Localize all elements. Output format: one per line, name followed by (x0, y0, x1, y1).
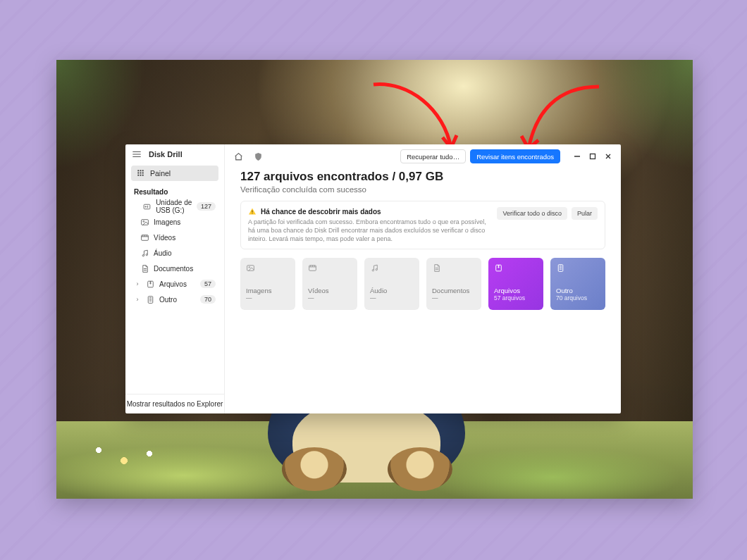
sidebar-item-doc[interactable]: Documentos (130, 261, 220, 276)
topbar: Recuperar tudo… Revisar itens encontrado… (225, 144, 621, 168)
card-title: Outro (556, 287, 600, 294)
card-title: Áudio (370, 287, 414, 294)
sidebar-item-audio[interactable]: Áudio (130, 245, 220, 261)
svg-point-14 (142, 254, 144, 256)
video-icon (308, 263, 321, 275)
svg-rect-3 (137, 172, 139, 173)
results-subheading: Verificação concluída com sucesso (240, 185, 605, 194)
window-close-button[interactable] (601, 149, 615, 163)
home-button[interactable] (230, 149, 246, 164)
card-subtitle: — (370, 294, 414, 301)
sidebar-item-video[interactable]: Vídeos (130, 230, 220, 245)
count-badge: 70 (200, 295, 216, 304)
sidebar-item-label: Documentos (154, 265, 193, 273)
sidebar-item-image[interactable]: Imagens (130, 214, 220, 230)
recover-all-button[interactable]: Recuperar tudo… (400, 149, 466, 163)
card-subtitle: — (246, 294, 290, 301)
svg-rect-8 (142, 174, 144, 175)
main-panel: Recuperar tudo… Revisar itens encontrado… (225, 144, 621, 413)
card-subtitle: 70 arquivos (556, 294, 600, 301)
card-title: Imagens (246, 287, 290, 294)
svg-rect-0 (137, 170, 139, 171)
svg-rect-4 (140, 172, 142, 173)
card-subtitle: — (432, 294, 476, 301)
svg-point-10 (145, 206, 146, 206)
menu-icon[interactable] (132, 149, 142, 159)
card-title: Arquivos (494, 287, 538, 294)
svg-rect-1 (140, 170, 142, 171)
category-card-doc[interactable]: Documentos— (426, 258, 481, 310)
svg-point-22 (249, 267, 250, 268)
sidebar-item-label: Vídeos (154, 234, 175, 242)
chevron-right-icon: › (134, 296, 141, 303)
svg-rect-9 (144, 204, 150, 209)
archive-icon (494, 263, 507, 275)
sidebar-item-usb[interactable]: ›Unidade de USB (G:)127 (130, 199, 220, 214)
video-icon (140, 232, 149, 242)
svg-rect-2 (142, 170, 144, 171)
sidebar-tab-label: Painel (150, 169, 171, 178)
app-window: Disk Drill Painel Resultado ›Unidade de … (125, 144, 621, 413)
chevron-right-icon: › (134, 280, 141, 287)
category-cards: Imagens—Vídeos—Áudio—Documentos—Arquivos… (240, 258, 605, 310)
sidebar-section-title: Resultado (125, 185, 224, 199)
shield-icon-button[interactable] (250, 149, 266, 164)
card-title: Documentos (432, 287, 476, 294)
svg-point-15 (146, 254, 147, 255)
doc-icon (432, 263, 445, 275)
verify-whole-disk-button[interactable]: Verificar todo o disco (497, 207, 567, 220)
category-card-other[interactable]: Outro70 arquivos (550, 258, 605, 310)
svg-rect-5 (142, 172, 144, 173)
count-badge: 127 (197, 202, 216, 211)
review-items-button[interactable]: Revisar itens encontrados (470, 149, 560, 163)
archive-icon (145, 279, 155, 289)
show-in-explorer-button[interactable]: Mostrar resultados no Explorer (125, 394, 224, 413)
card-subtitle: 57 arquivos (494, 294, 538, 301)
svg-rect-19 (252, 211, 253, 213)
window-minimize-button[interactable] (570, 149, 584, 163)
results-heading: 127 arquivos encontrados / 0,97 GB (240, 170, 605, 184)
image-icon (246, 263, 259, 275)
svg-rect-18 (591, 154, 595, 159)
sidebar-tab-panel[interactable]: Painel (131, 166, 218, 181)
doc-icon (140, 263, 149, 273)
sidebar-item-label: Áudio (154, 249, 172, 257)
svg-rect-6 (137, 174, 139, 175)
card-subtitle: — (308, 294, 352, 301)
category-card-audio[interactable]: Áudio— (364, 258, 419, 310)
info-body-text: A partição foi verificada com sucesso. E… (248, 218, 490, 243)
window-maximize-button[interactable] (586, 149, 600, 163)
sidebar-item-label: Unidade de USB (G:) (156, 199, 197, 214)
image-icon (140, 217, 149, 227)
category-card-archive[interactable]: Arquivos57 arquivos (488, 258, 543, 310)
grid-icon (137, 169, 144, 178)
svg-rect-27 (558, 265, 563, 272)
app-title: Disk Drill (149, 150, 183, 158)
other-icon (556, 263, 569, 275)
svg-rect-7 (140, 174, 142, 175)
sidebar: Disk Drill Painel Resultado ›Unidade de … (125, 144, 225, 413)
sidebar-item-archive[interactable]: ›Arquivos57 (130, 276, 220, 292)
svg-point-24 (372, 270, 374, 271)
card-title: Vídeos (308, 287, 352, 294)
svg-rect-17 (148, 296, 153, 303)
audio-icon (370, 263, 383, 275)
usb-icon (142, 201, 152, 211)
sidebar-item-label: Arquivos (159, 280, 187, 288)
svg-point-25 (376, 269, 377, 270)
sidebar-item-other[interactable]: ›Outro70 (130, 292, 220, 307)
audio-icon (140, 248, 149, 258)
skip-button[interactable]: Pular (572, 207, 598, 220)
info-banner: Há chance de descobrir mais dados A part… (240, 201, 605, 249)
sidebar-item-label: Imagens (154, 218, 180, 226)
screenshot-frame: Disk Drill Painel Resultado ›Unidade de … (56, 60, 693, 499)
category-card-video[interactable]: Vídeos— (302, 258, 357, 310)
count-badge: 57 (200, 280, 216, 288)
svg-point-12 (143, 220, 144, 222)
svg-rect-20 (252, 213, 253, 214)
svg-rect-11 (141, 219, 148, 225)
sidebar-tree: ›Unidade de USB (G:)127ImagensVídeosÁudi… (125, 199, 224, 311)
warning-icon (248, 207, 257, 216)
other-icon (145, 294, 155, 304)
category-card-image[interactable]: Imagens— (240, 258, 295, 310)
